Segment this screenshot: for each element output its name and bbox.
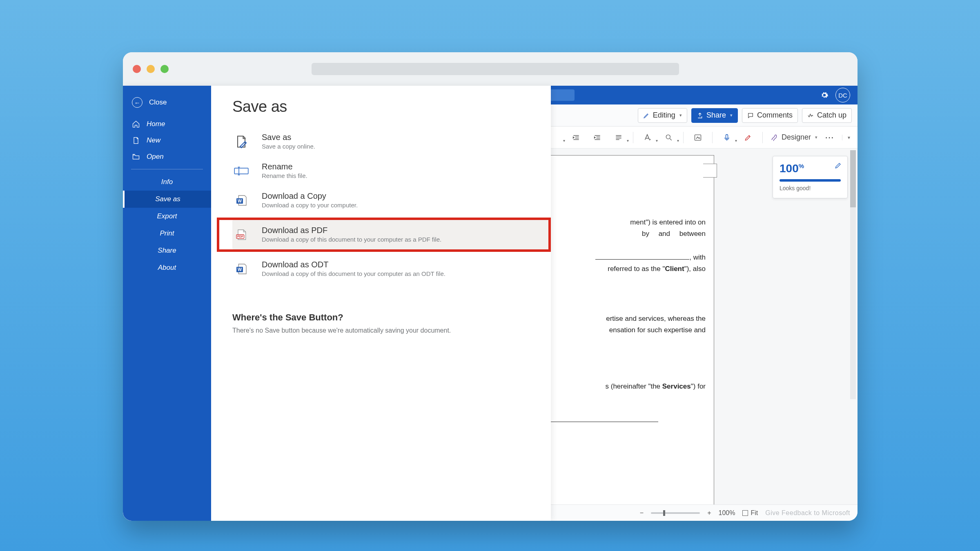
doc-text: s (hereinafter "the Services") for <box>540 381 706 392</box>
more-options-icon[interactable]: ⋯ <box>825 132 835 143</box>
option-title: Download a Copy <box>262 191 358 201</box>
chevron-down-icon: ▾ <box>730 113 733 118</box>
nav-home[interactable]: Home <box>123 116 211 132</box>
vertical-scrollbar[interactable] <box>850 150 856 399</box>
highlighted-option-frame: PDF Download as PDF Download a copy of t… <box>217 218 551 252</box>
close-window-icon[interactable] <box>133 65 141 73</box>
catch-up-button[interactable]: Catch up <box>802 108 852 123</box>
nav-label: Save as <box>155 195 180 203</box>
dictate-icon[interactable]: ▾ <box>720 131 734 144</box>
nav-label: About <box>158 264 176 271</box>
nav-about[interactable]: About <box>123 259 211 276</box>
nav-info[interactable]: Info <box>123 173 211 191</box>
doc-text <box>540 414 706 426</box>
backstage-close-button[interactable]: ← Close <box>123 93 211 116</box>
separator <box>762 132 763 143</box>
save-info: Where's the Save Button? There's no Save… <box>232 312 551 334</box>
option-sub: Save a copy online. <box>262 143 315 150</box>
reading-view-icon[interactable] <box>691 131 705 144</box>
backstage-panel: ← Close Home New Open Info Save as Expor… <box>123 86 551 521</box>
separator <box>633 132 633 143</box>
nav-new[interactable]: New <box>123 132 211 149</box>
doc-text: ment") is entered into on <box>540 217 706 228</box>
editor-score-msg: Looks good! <box>780 185 841 191</box>
feedback-link[interactable]: Give Feedback to Microsoft <box>765 509 850 517</box>
scroll-thumb[interactable] <box>850 150 856 207</box>
sidebar-divider <box>131 169 203 169</box>
editor-score-card[interactable]: 100% Looks good! <box>773 156 848 198</box>
editor-pen-icon <box>834 161 842 171</box>
doc-text: by and between <box>540 228 706 240</box>
word-file-icon: W <box>232 260 250 278</box>
option-sub: Download a copy of this document to your… <box>262 236 441 243</box>
svg-rect-3 <box>234 168 248 174</box>
zoom-slider[interactable] <box>651 512 700 514</box>
editing-mode-button[interactable]: Editing▾ <box>638 108 687 123</box>
find-icon[interactable]: ▾ <box>662 131 676 144</box>
zoom-knob[interactable] <box>663 510 665 516</box>
nav-label: Print <box>160 229 174 237</box>
avatar-initials: DC <box>838 92 847 99</box>
user-avatar[interactable]: DC <box>835 88 850 102</box>
option-title: Download as PDF <box>262 226 441 235</box>
catchup-label: Catch up <box>817 111 846 120</box>
save-info-heading: Where's the Save Button? <box>232 312 551 323</box>
option-title: Save as <box>262 133 315 142</box>
close-label: Close <box>149 98 167 107</box>
doc-text: ertise and services, whereas the <box>540 313 706 324</box>
minimize-window-icon[interactable] <box>147 65 155 73</box>
doc-text: , with <box>540 252 706 263</box>
settings-icon[interactable] <box>818 89 831 101</box>
zoom-in-icon[interactable]: + <box>707 509 711 517</box>
zoom-out-icon[interactable]: − <box>640 509 644 517</box>
rename-icon <box>232 162 250 180</box>
document-pencil-icon <box>232 133 250 151</box>
titlebar-search[interactable] <box>312 63 679 75</box>
align-icon[interactable]: ▾ <box>612 131 626 144</box>
fit-button[interactable]: Fit <box>742 509 758 517</box>
document-body: ment") is entered into on by and between… <box>532 156 714 426</box>
editor-score-bar <box>780 179 841 182</box>
editor-icon[interactable] <box>741 131 755 144</box>
collapse-ribbon-icon[interactable]: ▾ <box>842 135 851 140</box>
styles-icon[interactable]: ▾ <box>641 131 655 144</box>
doc-text: referred to as the "Client"), also <box>540 263 706 275</box>
nav-export[interactable]: Export <box>123 208 211 225</box>
page-tab <box>703 164 717 178</box>
saveas-option-download-copy[interactable]: W Download a Copy Download a copy to you… <box>232 186 551 215</box>
backstage-sidebar: ← Close Home New Open Info Save as Expor… <box>123 86 211 521</box>
svg-text:W: W <box>238 267 242 272</box>
option-sub: Download a copy of this document to your… <box>262 270 445 277</box>
designer-label: Designer <box>782 133 811 142</box>
increase-indent-icon[interactable] <box>590 131 604 144</box>
fit-icon <box>742 510 748 516</box>
doc-text: ". <box>540 275 706 286</box>
nav-label: Share <box>158 247 176 254</box>
editing-label: Editing <box>653 111 675 120</box>
saveas-option-download-pdf[interactable]: PDF Download as PDF Download a copy of t… <box>232 220 548 249</box>
nav-print[interactable]: Print <box>123 225 211 242</box>
document-page: ment") is entered into on by and between… <box>531 155 714 521</box>
designer-button[interactable]: Designer▾ <box>770 133 817 142</box>
comments-label: Comments <box>757 111 793 120</box>
saveas-option-download-odt[interactable]: W Download as ODT Download a copy of thi… <box>232 254 551 284</box>
zoom-window-icon[interactable] <box>160 65 169 73</box>
nav-save-as[interactable]: Save as <box>123 191 211 208</box>
editor-score-value: 100% <box>780 162 841 175</box>
saveas-option-save-as[interactable]: Save as Save a copy online. <box>232 127 551 156</box>
app-window: DC Editing▾ Share▾ Comments Catch up ▾ ▾… <box>123 52 858 521</box>
share-label: Share <box>706 111 726 120</box>
nav-label: Home <box>147 120 165 128</box>
nav-label: Open <box>147 153 164 161</box>
nav-open[interactable]: Open <box>123 149 211 165</box>
backstage-main: Save as Save as Save a copy online. Rena… <box>211 86 551 521</box>
decrease-indent-icon[interactable] <box>569 131 583 144</box>
separator <box>683 132 684 143</box>
comments-button[interactable]: Comments <box>742 108 798 123</box>
zoom-value[interactable]: 100% <box>719 509 735 517</box>
share-button[interactable]: Share▾ <box>691 108 738 123</box>
window-controls <box>133 65 169 73</box>
nav-share[interactable]: Share <box>123 242 211 259</box>
doc-text: ensation for such expertise and <box>540 324 706 336</box>
saveas-option-rename[interactable]: Rename Rename this file. <box>232 156 551 186</box>
